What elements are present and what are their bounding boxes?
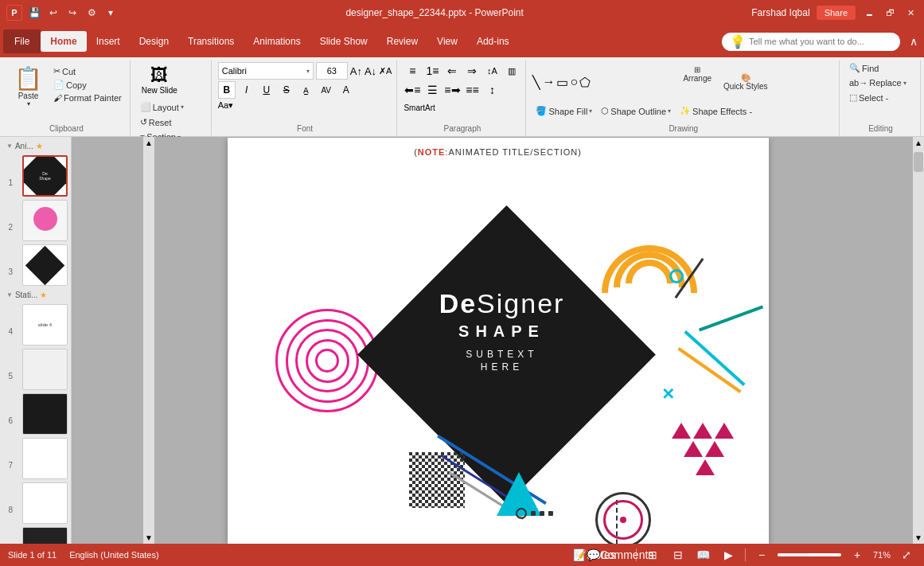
justify-button[interactable]: ≡≡	[463, 81, 481, 99]
increase-font-size[interactable]: A↑	[350, 65, 362, 77]
paste-dropdown[interactable]: ▾	[27, 100, 30, 107]
line-tool[interactable]: ╲	[532, 75, 540, 90]
ribbon-collapse[interactable]: ∧	[906, 34, 921, 49]
share-button[interactable]: Share	[817, 6, 856, 20]
bullet-list-button[interactable]: ≡	[404, 62, 421, 80]
zoom-in-button[interactable]: +	[848, 545, 867, 564]
language-info: English (United States)	[69, 550, 159, 560]
align-left-button[interactable]: ⬅≡	[404, 81, 421, 99]
italic-button[interactable]: I	[238, 81, 255, 99]
reset-icon: ↺	[140, 117, 147, 127]
slide-thumbnail-6[interactable]	[22, 393, 68, 435]
slide-thumbnail-3[interactable]	[22, 244, 68, 286]
minimize-button[interactable]: 🗕	[862, 6, 876, 20]
menu-animations[interactable]: Animations	[244, 31, 310, 52]
bold-button[interactable]: B	[218, 81, 236, 99]
slide-thumbnail-9[interactable]	[22, 527, 68, 544]
save-button[interactable]: 💾	[27, 6, 41, 20]
slide-thumbnail-7[interactable]	[22, 438, 68, 479]
menu-design[interactable]: Design	[130, 31, 178, 52]
menu-bar: File Home Insert Design Transitions Anim…	[0, 25, 924, 57]
slide-thumbnail-4[interactable]: slide 4	[22, 304, 68, 345]
rect-tool[interactable]: ▭	[556, 75, 568, 90]
title-de: De	[439, 288, 477, 318]
strikethrough-button[interactable]: S	[278, 81, 295, 99]
checkerboard-pattern	[409, 452, 465, 511]
columns-button[interactable]: ▥	[503, 62, 520, 80]
redo-button[interactable]: ↪	[65, 6, 80, 20]
layout-button[interactable]: ⬜ Layout ▾	[137, 101, 187, 113]
cut-button[interactable]: ✂ Cut	[50, 65, 125, 77]
normal-view-button[interactable]: ⊞	[643, 545, 662, 564]
slide-thumbnail-2[interactable]	[22, 200, 68, 241]
menu-home[interactable]: Home	[41, 31, 86, 52]
comments-button[interactable]: 💬 Comments	[610, 545, 630, 564]
underline-button[interactable]: U	[258, 81, 275, 99]
font-case-button[interactable]: Aa▾	[218, 100, 233, 111]
new-slide-button[interactable]: 🖼 New Slide	[137, 62, 182, 98]
slide-thumbnail-1[interactable]: DeShape	[22, 155, 68, 197]
char-spacing-button[interactable]: AV	[318, 81, 335, 99]
vertical-scrollbar-right[interactable]: ▲ ▼	[913, 137, 924, 544]
clear-format-button[interactable]: ✗A	[379, 66, 392, 76]
reset-button[interactable]: ↺ Reset	[137, 116, 187, 128]
menu-addins[interactable]: Add-ins	[467, 31, 519, 52]
menu-view[interactable]: View	[427, 31, 467, 52]
title-bar-controls: Farshad Iqbal Share 🗕 🗗 ✕	[751, 6, 918, 20]
cut-icon: ✂	[53, 66, 60, 76]
paste-button[interactable]: 📋 Paste ▾	[8, 62, 49, 124]
align-right-button[interactable]: ≡➡	[443, 81, 461, 99]
numbered-list-button[interactable]: 1≡	[423, 62, 441, 80]
font-size-input[interactable]: 63	[316, 62, 348, 80]
slide-canvas[interactable]: (NOTE(NOTE:ANIMATED TITLE/SECTION):ANIMA…	[228, 138, 769, 544]
shape-fill-button[interactable]: 🪣 Shape Fill ▾	[532, 105, 595, 117]
zoom-out-button[interactable]: −	[752, 545, 771, 564]
reading-view-button[interactable]: 📖	[694, 545, 713, 564]
vertical-scrollbar-left[interactable]: ▲ ▼	[143, 137, 154, 544]
shape-effects-icon: ✨	[680, 106, 691, 116]
line-spacing-button[interactable]: ↕	[483, 81, 501, 99]
qat-dropdown[interactable]: ▾	[103, 6, 118, 20]
circle-tool[interactable]: ○	[570, 75, 578, 90]
find-button[interactable]: 🔍 Find	[846, 62, 910, 74]
small-shapes-row	[516, 508, 553, 519]
arrange-button[interactable]: ⊞ Arrange	[678, 62, 716, 102]
shape-effects-button[interactable]: ✨ Shape Effects -	[676, 105, 755, 117]
close-button[interactable]: ✕	[903, 6, 918, 20]
shapes-more[interactable]: ⬠	[579, 75, 591, 90]
font-family-selector[interactable]: Calibri ▾	[218, 62, 314, 80]
main-area: ▼ Ani... ★ 1 DeShape 2 3	[0, 137, 924, 544]
increase-indent-button[interactable]: ⇒	[463, 62, 481, 80]
customize-qat-button[interactable]: ⚙	[84, 6, 99, 20]
menu-review[interactable]: Review	[377, 31, 427, 52]
replace-button[interactable]: ab→ Replace ▾	[846, 77, 910, 88]
decrease-indent-button[interactable]: ⇐	[443, 62, 461, 80]
restore-button[interactable]: 🗗	[883, 6, 897, 20]
clipboard-group: 📋 Paste ▾ ✂ Cut 📄 Copy 🖌 Format Painter	[3, 61, 131, 136]
select-button[interactable]: ⬚ Select -	[846, 92, 910, 103]
menu-transitions[interactable]: Transitions	[178, 31, 244, 52]
quick-styles-button[interactable]: 🎨 Quick Styles	[719, 62, 773, 102]
shadow-button[interactable]: A̲	[298, 81, 315, 99]
slide-thumbnail-5[interactable]	[22, 349, 68, 390]
undo-button[interactable]: ↩	[46, 6, 60, 20]
menu-file[interactable]: File	[3, 29, 41, 53]
quick-styles-icon: 🎨	[741, 73, 751, 82]
smart-art-button[interactable]: SmartArt	[404, 103, 435, 112]
align-center-button[interactable]: ☰	[423, 81, 441, 99]
font-color-button[interactable]: A	[337, 81, 355, 99]
arrow-tool[interactable]: →	[542, 75, 555, 90]
decrease-font-size[interactable]: A↓	[365, 65, 376, 77]
text-direction-button[interactable]: ↕A	[483, 62, 501, 80]
copy-button[interactable]: 📄 Copy	[50, 79, 125, 91]
format-painter-button[interactable]: 🖌 Format Painter	[50, 92, 125, 103]
slide-thumbnail-8[interactable]	[22, 482, 68, 524]
menu-slideshow[interactable]: Slide Show	[310, 31, 377, 52]
slideshow-button[interactable]: ▶	[719, 545, 739, 564]
slide-sorter-button[interactable]: ⊟	[669, 545, 688, 564]
shape-outline-button[interactable]: ⬡ Shape Outline ▾	[598, 105, 674, 117]
menu-insert[interactable]: Insert	[87, 31, 130, 52]
tell-me-input[interactable]	[749, 37, 892, 46]
zoom-slider[interactable]	[778, 553, 841, 556]
fit-slide-button[interactable]: ⤢	[897, 545, 916, 564]
